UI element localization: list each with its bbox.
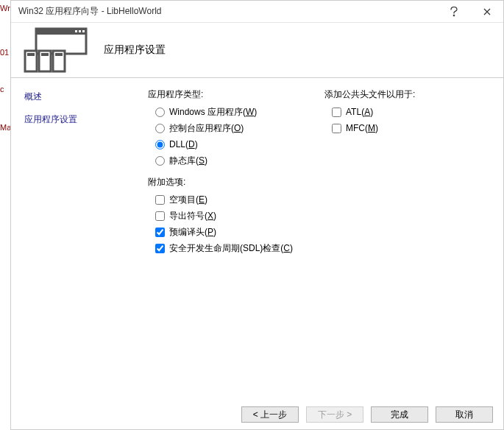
wizard-nav: 概述 应用程序设置 [11,78,138,402]
public-headers-label: 添加公共头文件以用于: [324,88,472,101]
check-input[interactable] [332,107,341,117]
nav-item-label: 应用程序设置 [24,114,77,124]
check-atl[interactable]: ATL(A) [332,105,472,119]
radio-input[interactable] [155,124,165,133]
wizard-banner-icon [20,27,88,73]
check-sdl[interactable]: 安全开发生命周期(SDL)检查(C) [155,242,324,255]
button-label: 下一步 > [318,409,352,421]
cancel-button[interactable]: 取消 [436,406,493,423]
svg-rect-10 [41,53,49,56]
svg-rect-5 [82,30,85,32]
option-text: 预编译头(P) [169,225,216,239]
option-text: ATL(A) [346,105,373,119]
help-icon [450,7,458,17]
check-input[interactable] [155,244,165,253]
radio-static-lib[interactable]: 静态库(S) [155,154,324,167]
titlebar: Win32 应用程序向导 - LibHelloWorld [11,1,503,23]
wizard-content: 应用程序类型: Windows 应用程序(W) 控制台应用程序(O) DLL(D… [138,78,503,402]
radio-console-app[interactable]: 控制台应用程序(O) [155,121,324,135]
finish-button[interactable]: 完成 [371,406,428,423]
svg-rect-9 [27,53,35,56]
option-text: DLL(D) [169,138,198,151]
radio-input[interactable] [155,107,165,117]
svg-rect-4 [79,30,81,32]
svg-rect-11 [55,53,63,56]
button-label: 完成 [391,409,408,421]
option-text: 静态库(S) [169,154,207,167]
app-type-label: 应用程序类型: [148,88,324,101]
option-text: 控制台应用程序(O) [169,121,244,135]
check-input[interactable] [155,211,165,221]
option-text: 空项目(E) [169,193,207,206]
check-empty-project[interactable]: 空项目(E) [155,193,324,206]
radio-input[interactable] [155,156,165,166]
next-button: 下一步 > [306,406,363,423]
help-button[interactable] [437,1,470,23]
wizard-window: Win32 应用程序向导 - LibHelloWorld [10,0,504,430]
banner: 应用程序设置 [11,23,503,78]
check-precompiled-header[interactable]: 预编译头(P) [155,225,324,239]
window-title: Win32 应用程序向导 - LibHelloWorld [18,5,437,18]
button-label: < 上一步 [253,409,287,421]
check-input[interactable] [155,195,165,205]
svg-point-0 [453,15,455,16]
check-input[interactable] [155,228,165,237]
nav-item-app-settings[interactable]: 应用程序设置 [24,111,132,128]
add-options-label: 附加选项: [148,176,324,188]
option-text: Windows 应用程序(W) [169,105,257,119]
svg-rect-3 [75,30,77,32]
radio-windows-app[interactable]: Windows 应用程序(W) [155,105,324,119]
check-export-symbols[interactable]: 导出符号(X) [155,209,324,222]
back-button[interactable]: < 上一步 [241,406,299,423]
svg-rect-2 [36,29,86,35]
button-label: 取消 [455,409,473,421]
nav-item-label: 概述 [24,91,42,102]
check-mfc[interactable]: MFC(M) [332,121,472,135]
option-text: 导出符号(X) [169,209,216,222]
option-text: MFC(M) [346,121,378,135]
wizard-body: 概述 应用程序设置 应用程序类型: Windows 应用程序(W) 控制台应用程… [11,78,503,402]
check-input[interactable] [332,124,341,133]
banner-heading: 应用程序设置 [104,43,166,57]
close-icon [483,8,491,15]
option-text: 安全开发生命周期(SDL)检查(C) [169,242,293,255]
nav-item-overview[interactable]: 概述 [24,88,132,105]
wizard-footer: < 上一步 下一步 > 完成 取消 [11,400,503,429]
editor-gutter: Wr 01 c Ma [0,0,10,430]
radio-dll[interactable]: DLL(D) [155,138,324,151]
close-button[interactable] [470,1,503,23]
radio-input[interactable] [155,140,165,149]
